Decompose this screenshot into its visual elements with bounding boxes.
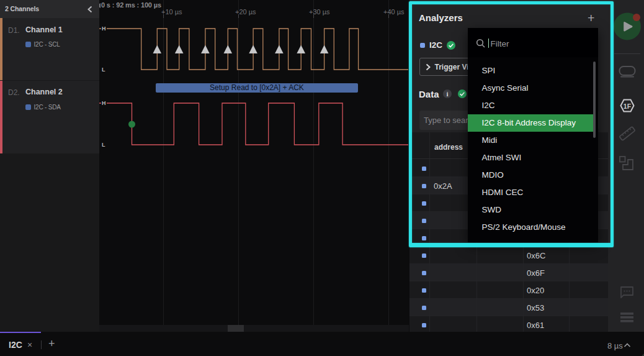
svg-text:1F: 1F bbox=[624, 103, 632, 110]
